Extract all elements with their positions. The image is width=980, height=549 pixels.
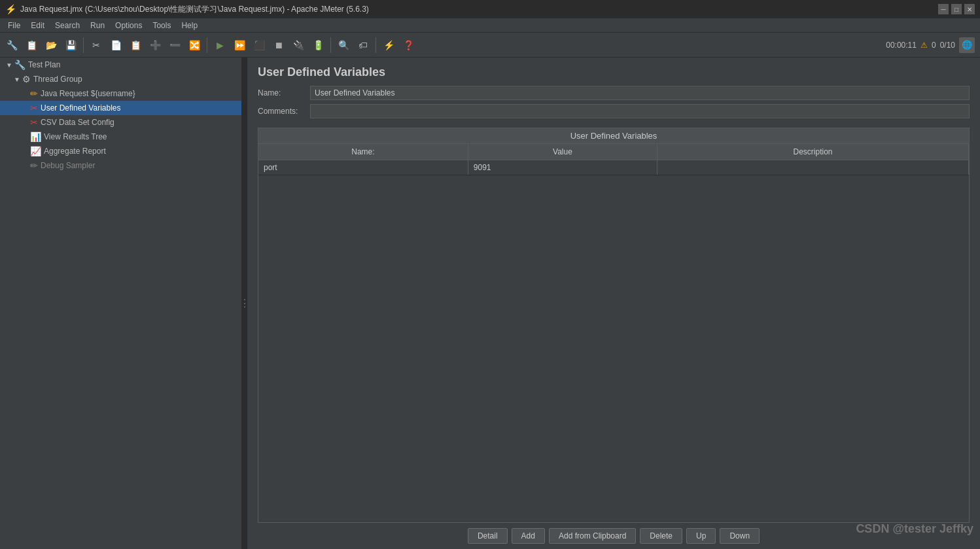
toolbar: 🔧 📋 📂 💾 ✂ 📄 📋 ➕ ➖ 🔀 ▶ ⏩ ⬛ ⏹ 🔌 🔋 🔍 🏷 ⚡ ❓ …	[0, 33, 980, 58]
test-plan-icon: 🔧	[14, 60, 26, 70]
menu-search[interactable]: Search	[50, 20, 85, 31]
cell-description	[657, 160, 969, 175]
up-button[interactable]: Up	[686, 528, 716, 544]
menu-tools[interactable]: Tools	[147, 20, 176, 31]
udv-icon: ✂	[30, 103, 38, 113]
col-value: Value	[468, 144, 657, 160]
table-body: port 9091	[258, 160, 969, 175]
name-row: Name:	[258, 86, 970, 100]
sidebar-item-test-plan[interactable]: ▼ 🔧 Test Plan	[0, 58, 241, 72]
sidebar-item-java-request[interactable]: ✏ Java Request ${username}	[0, 86, 241, 101]
error-count: 0/10	[940, 41, 955, 50]
toolbar-save[interactable]: 💾	[61, 36, 80, 54]
toolbar-clear[interactable]: 🔍	[334, 36, 353, 54]
sidebar-item-user-defined-variables[interactable]: ✂ User Defined Variables	[0, 101, 241, 115]
sidebar-item-aggregate-report[interactable]: 📈 Aggregate Report	[0, 144, 241, 158]
window-controls: ─ □ ✕	[938, 4, 975, 14]
toolbar-help[interactable]: ❓	[399, 36, 417, 54]
maximize-button[interactable]: □	[951, 4, 962, 14]
cell-name: port	[258, 160, 468, 175]
sidebar-item-csv-data-set[interactable]: ✂ CSV Data Set Config	[0, 115, 241, 130]
toolbar-shutdown[interactable]: ⏹	[270, 36, 288, 54]
close-button[interactable]: ✕	[964, 4, 975, 14]
menu-bar: File Edit Search Run Options Tools Help	[0, 18, 980, 33]
menu-run[interactable]: Run	[85, 20, 110, 31]
sidebar-item-thread-group[interactable]: ▼ ⚙ Thread Group	[0, 72, 241, 86]
down-button[interactable]: Down	[720, 528, 760, 544]
cell-value: 9091	[468, 160, 657, 175]
thread-group-icon: ⚙	[22, 74, 31, 84]
globe-button[interactable]: 🌐	[959, 37, 975, 53]
toggle-test-plan: ▼	[5, 62, 13, 69]
java-request-icon: ✏	[30, 88, 38, 99]
toolbar-sep-1	[83, 37, 84, 53]
thread-group-label: Thread Group	[33, 75, 82, 84]
sidebar-divider[interactable]	[242, 58, 247, 549]
toolbar-start-no-pauses[interactable]: ⏩	[230, 36, 249, 54]
toolbar-remote-stop[interactable]: 🔋	[309, 36, 327, 54]
title-bar: ⚡ Java Request.jmx (C:\Users\zhou\Deskto…	[0, 0, 980, 18]
csv-icon: ✂	[30, 117, 38, 128]
ar-icon: 📈	[30, 146, 41, 156]
sidebar-item-debug-sampler[interactable]: ✏ Debug Sampler	[0, 158, 241, 173]
ar-label: Aggregate Report	[44, 147, 106, 156]
add-from-clipboard-button[interactable]: Add from Clipboard	[549, 528, 636, 544]
col-name: Name:	[258, 144, 468, 160]
ds-label: Debug Sampler	[41, 161, 95, 170]
toolbar-start[interactable]: ▶	[211, 36, 229, 54]
toolbar-paste[interactable]: 📋	[126, 36, 145, 54]
toggle-thread-group: ▼	[13, 76, 21, 83]
window-title: Java Request.jmx (C:\Users\zhou\Desktop\…	[20, 4, 938, 15]
add-button[interactable]: Add	[512, 528, 545, 544]
toolbar-clear-all[interactable]: 🏷	[354, 36, 372, 54]
toolbar-toggle[interactable]: 🔀	[185, 36, 203, 54]
toolbar-copy[interactable]: 📄	[107, 36, 125, 54]
toolbar-template[interactable]: 📋	[22, 36, 41, 54]
name-label: Name:	[258, 88, 310, 97]
java-request-label: Java Request ${username}	[41, 89, 135, 98]
button-bar: Detail Add Add from Clipboard Delete Up …	[247, 523, 980, 549]
delete-button[interactable]: Delete	[640, 528, 682, 544]
vrt-icon: 📊	[30, 132, 41, 142]
comments-input[interactable]	[310, 104, 970, 118]
table-header: Name: Value Description	[258, 144, 969, 160]
name-input[interactable]	[310, 86, 970, 100]
col-description: Description	[657, 144, 969, 160]
menu-file[interactable]: File	[3, 20, 26, 31]
sidebar: ▼ 🔧 Test Plan ▼ ⚙ Thread Group ✏ Java Re…	[0, 58, 242, 549]
variables-table: Name: Value Description port 9091	[258, 144, 969, 175]
table-section-title: User Defined Variables	[258, 128, 970, 143]
toolbar-sep-3	[330, 37, 331, 53]
comments-row: Comments:	[258, 104, 970, 118]
table-row[interactable]: port 9091	[258, 160, 969, 175]
toolbar-function-helper[interactable]: ⚡	[379, 36, 398, 54]
warning-count: 0	[932, 41, 936, 50]
toolbar-cut[interactable]: ✂	[87, 36, 105, 54]
table-section: User Defined Variables Name: Value Descr…	[258, 128, 970, 523]
warning-icon: ⚠	[920, 41, 928, 50]
toolbar-remote-start[interactable]: 🔌	[289, 36, 307, 54]
csv-label: CSV Data Set Config	[41, 118, 114, 127]
udv-label: User Defined Variables	[41, 103, 121, 113]
comments-label: Comments:	[258, 107, 310, 116]
menu-edit[interactable]: Edit	[26, 20, 50, 31]
menu-options[interactable]: Options	[110, 20, 147, 31]
toolbar-expand[interactable]: ➕	[146, 36, 164, 54]
toolbar-sep-2	[207, 37, 207, 53]
toolbar-collapse[interactable]: ➖	[166, 36, 184, 54]
toolbar-new-testplan[interactable]: 🔧	[3, 36, 21, 54]
vrt-label: View Results Tree	[44, 132, 107, 141]
menu-help[interactable]: Help	[176, 20, 203, 31]
toolbar-open[interactable]: 📂	[42, 36, 60, 54]
table-container[interactable]: Name: Value Description port 9091	[258, 143, 970, 523]
toolbar-stop[interactable]: ⬛	[250, 36, 268, 54]
panel-title: User Defined Variables	[247, 58, 980, 86]
ds-icon: ✏	[30, 160, 38, 171]
toolbar-status-area: 00:00:11 ⚠ 0 0/10 🌐	[886, 37, 975, 53]
detail-button[interactable]: Detail	[468, 528, 508, 544]
minimize-button[interactable]: ─	[938, 4, 949, 14]
sidebar-item-view-results-tree[interactable]: 📊 View Results Tree	[0, 130, 241, 144]
toolbar-sep-4	[376, 37, 376, 53]
test-plan-label: Test Plan	[28, 60, 60, 69]
form-area: Name: Comments:	[247, 86, 980, 128]
